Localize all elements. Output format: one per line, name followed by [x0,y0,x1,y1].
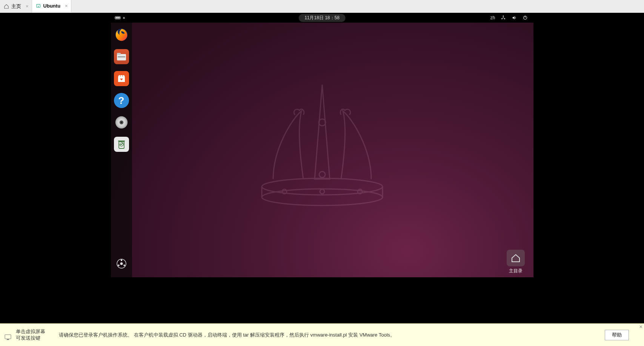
svg-rect-30 [5,335,11,339]
svg-rect-0 [36,4,40,7]
dock-files[interactable] [114,49,129,64]
activities-area[interactable] [111,16,125,19]
screen-click-icon [5,328,12,342]
notification-message: 请确保您已登录客户机操作系统。 在客户机中装载虚拟 CD 驱动器，启动终端，使用… [50,332,395,338]
volume-icon [512,15,517,21]
tab-home[interactable]: 主页 × [0,0,32,12]
workspace-dot-icon [123,17,125,19]
svg-point-21 [262,178,383,195]
help-button[interactable]: 帮助 [605,330,629,340]
svg-point-26 [320,189,324,194]
question-icon: ? [118,95,124,107]
gnome-top-panel: 11月18日 18：58 zh [111,13,533,23]
svg-point-22 [262,189,383,205]
tab-ubuntu[interactable]: Ubuntu × [32,0,71,12]
close-icon[interactable]: × [26,3,29,9]
vmware-tab-bar: 主页 × Ubuntu × [0,0,644,13]
desktop-home-folder[interactable]: 主目录 [503,250,528,274]
click-hint-text: 单击虚拟屏幕 可发送按键 [16,329,45,341]
power-icon [523,15,528,21]
dock-firefox[interactable] [114,27,129,42]
svg-rect-9 [118,56,125,57]
vm-viewport[interactable]: 11月18日 18：58 zh [0,13,644,323]
svg-rect-31 [7,339,9,340]
network-icon [501,15,506,21]
vm-icon [36,3,41,9]
svg-point-19 [123,264,125,266]
wallpaper-crown-icon [239,77,405,213]
dock-help[interactable]: ? [114,93,129,108]
dock-trash[interactable] [114,137,129,152]
datetime-pill[interactable]: 11月18日 18：58 [298,14,346,22]
vmware-notification-bar: 单击虚拟屏幕 可发送按键 请确保您已登录客户机操作系统。 在客户机中装载虚拟 C… [0,323,644,346]
show-apps-button[interactable] [113,255,130,272]
tab-home-label: 主页 [11,3,21,10]
datetime-label: 11月18日 18：58 [304,15,340,20]
home-folder-label: 主目录 [509,268,523,274]
activities-indicator [115,16,121,19]
svg-point-18 [120,260,122,261]
close-icon[interactable]: × [65,3,68,9]
notification-close-icon[interactable]: ✕ [639,324,642,329]
dock-disc[interactable] [114,115,129,130]
svg-point-29 [319,119,326,126]
ubuntu-dock: ? [111,23,132,277]
home-folder-icon [507,250,525,266]
svg-point-12 [120,122,122,124]
status-area[interactable]: zh [490,15,533,21]
svg-rect-8 [117,53,121,55]
tab-ubuntu-label: Ubuntu [43,3,60,9]
input-method-label: zh [490,15,495,20]
svg-point-20 [118,264,119,266]
home-icon [4,4,9,9]
svg-point-27 [319,171,325,178]
dock-software[interactable] [114,71,129,86]
svg-point-17 [120,263,123,265]
ubuntu-desktop[interactable]: 11月18日 18：58 zh [111,13,533,277]
